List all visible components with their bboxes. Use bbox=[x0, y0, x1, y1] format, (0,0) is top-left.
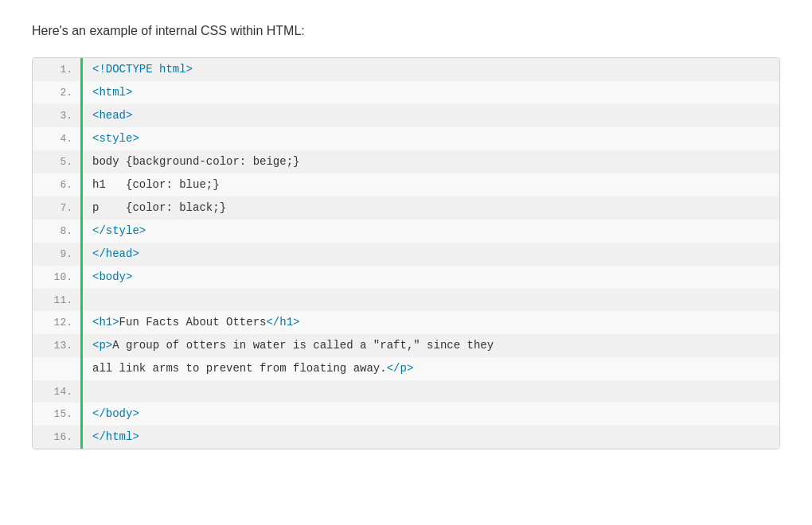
line-number: 9. bbox=[33, 243, 80, 266]
line-code bbox=[92, 380, 779, 402]
code-line-3: 3. <head> bbox=[33, 104, 779, 127]
code-line-9: 9. </head> bbox=[33, 243, 779, 266]
line-code: <h1>Fun Facts About Otters</h1> bbox=[92, 311, 779, 334]
line-number: 5. bbox=[33, 150, 80, 173]
line-bar bbox=[80, 127, 83, 150]
code-line-2: 2. <html> bbox=[33, 81, 779, 104]
line-number: 15. bbox=[33, 402, 80, 426]
line-code: h1 {color: blue;} bbox=[92, 173, 779, 196]
line-code: </html> bbox=[92, 426, 779, 449]
code-line-15: 15. </body> bbox=[33, 402, 779, 426]
line-bar bbox=[80, 196, 83, 220]
line-number: 7. bbox=[33, 196, 80, 220]
line-code: all link arms to prevent from floating a… bbox=[92, 357, 779, 380]
code-line-5: 5. body {background-color: beige;} bbox=[33, 150, 779, 173]
line-number: 16. bbox=[33, 426, 80, 449]
code-line-1: 1. <!DOCTYPE html> bbox=[33, 58, 779, 81]
line-bar bbox=[80, 289, 83, 311]
line-number: 1. bbox=[33, 58, 80, 81]
line-number: 13. bbox=[33, 334, 80, 357]
code-line-14: 14. bbox=[33, 380, 779, 402]
line-number: 3. bbox=[33, 104, 80, 127]
line-code: <html> bbox=[92, 81, 779, 104]
line-number: 8. bbox=[33, 220, 80, 243]
line-bar bbox=[80, 266, 83, 289]
line-bar bbox=[80, 334, 83, 357]
line-code: </style> bbox=[92, 220, 779, 243]
line-bar bbox=[80, 104, 83, 127]
line-code: p {color: black;} bbox=[92, 196, 779, 220]
code-line-13b: all link arms to prevent from floating a… bbox=[33, 357, 779, 380]
line-bar bbox=[80, 380, 83, 402]
line-code: body {background-color: beige;} bbox=[92, 150, 779, 173]
code-line-8: 8. </style> bbox=[33, 220, 779, 243]
line-code: <body> bbox=[92, 266, 779, 289]
line-bar bbox=[80, 357, 83, 380]
code-line-13: 13. <p>A group of otters in water is cal… bbox=[33, 334, 779, 357]
line-bar bbox=[80, 402, 83, 426]
line-bar bbox=[80, 426, 83, 449]
line-number: 2. bbox=[33, 81, 80, 104]
line-number: 12. bbox=[33, 311, 80, 334]
line-code: <p>A group of otters in water is called … bbox=[92, 334, 779, 357]
code-line-16: 16. </html> bbox=[33, 426, 779, 449]
code-line-6: 6. h1 {color: blue;} bbox=[33, 173, 779, 196]
code-block: 1. <!DOCTYPE html> 2. <html> 3. <head> 4… bbox=[32, 57, 780, 449]
code-line-11: 11. bbox=[33, 289, 779, 311]
line-bar bbox=[80, 243, 83, 266]
line-bar bbox=[80, 150, 83, 173]
line-number: 14. bbox=[33, 380, 80, 402]
line-code: </body> bbox=[92, 402, 779, 426]
line-bar bbox=[80, 173, 83, 196]
line-code bbox=[92, 289, 779, 311]
line-number: 4. bbox=[33, 127, 80, 150]
code-line-4: 4. <style> bbox=[33, 127, 779, 150]
line-number: 10. bbox=[33, 266, 80, 289]
line-code: <style> bbox=[92, 127, 779, 150]
line-bar bbox=[80, 220, 83, 243]
line-number: 11. bbox=[33, 289, 80, 311]
line-code: </head> bbox=[92, 243, 779, 266]
line-bar bbox=[80, 81, 83, 104]
line-number: 6. bbox=[33, 173, 80, 196]
line-code: <!DOCTYPE html> bbox=[92, 58, 779, 81]
code-line-12: 12. <h1>Fun Facts About Otters</h1> bbox=[33, 311, 779, 334]
line-code: <head> bbox=[92, 104, 779, 127]
code-line-10: 10. <body> bbox=[33, 266, 779, 289]
line-bar bbox=[80, 311, 83, 334]
code-line-7: 7. p {color: black;} bbox=[33, 196, 779, 220]
line-bar bbox=[80, 58, 83, 81]
line-number bbox=[33, 357, 80, 380]
intro-text: Here's an example of internal CSS within… bbox=[32, 24, 780, 38]
